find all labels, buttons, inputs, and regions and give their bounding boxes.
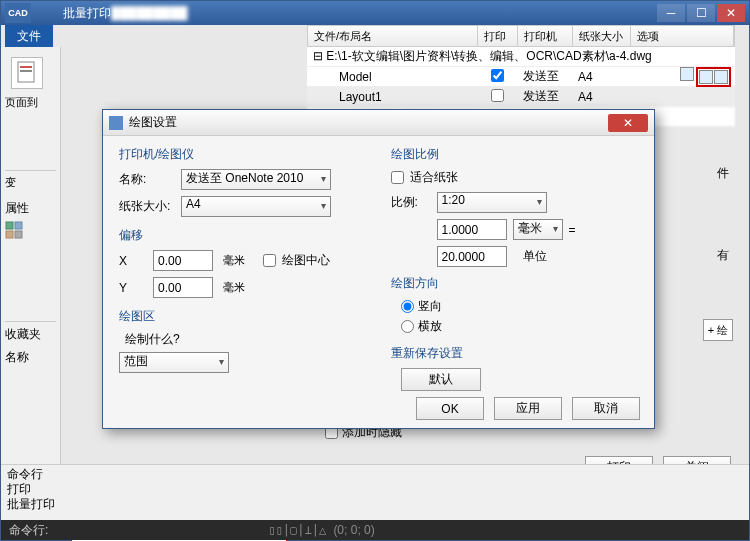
scale-group-label: 绘图比例 [391,146,639,163]
draw-what-label: 绘制什么? [125,331,367,348]
close-button[interactable]: ✕ [717,4,745,22]
draw-center-label: 绘图中心 [282,252,330,269]
print-checkbox[interactable] [491,69,504,82]
ratio-label: 比例: [391,194,431,211]
default-button[interactable]: 默认 [401,368,481,391]
app-logo: CAD [5,3,31,23]
properties-icon[interactable] [5,221,25,241]
dialog-close-button[interactable]: ✕ [608,114,648,132]
th-file[interactable]: 文件/布局名 [308,26,478,46]
change-label: 变 [5,175,56,190]
th-options[interactable]: 选项 [631,26,734,46]
scale-val2-input[interactable] [437,246,507,267]
name-label: 名称 [5,349,56,366]
landscape-label: 横放 [418,318,442,335]
mm-unit: 毫米 [223,253,245,268]
th-paper[interactable]: 纸张大小 [573,26,631,46]
file-tab[interactable]: 文件 [5,25,53,48]
y-label: Y [119,281,147,295]
x-input[interactable] [153,250,213,271]
option-icon[interactable] [680,67,694,81]
layout-name: Model [307,68,477,86]
highlighted-options [696,67,731,87]
svg-rect-3 [6,222,13,229]
paper-cell: A4 [572,68,630,86]
apply-button[interactable]: 应用 [494,397,562,420]
y-input[interactable] [153,277,213,298]
table-row[interactable]: Layout1 发送至 A4 [307,87,735,107]
coordinates: (0; 0; 0) [333,523,374,537]
option-icon[interactable] [699,70,713,84]
svg-rect-1 [20,66,32,68]
left-column: 打印机/绘图仪 名称: 发送至 OneNote 2010 纸张大小: A4 偏移… [119,146,367,391]
printer-select[interactable]: 发送至 OneNote 2010 [181,169,331,190]
draw-settings-dialog: 绘图设置 ✕ 打印机/绘图仪 名称: 发送至 OneNote 2010 纸张大小… [102,109,655,429]
svg-rect-2 [20,70,32,72]
app-title: 批量打印 [63,5,111,22]
th-print[interactable]: 打印 [478,26,518,46]
table-header: 文件/布局名 打印 打印机 纸张大小 选项 [307,25,735,47]
window-controls: ─ ☐ ✕ [657,4,745,22]
table-row[interactable]: Model 发送至 A4 [307,67,735,87]
dialog-titlebar: 绘图设置 ✕ [103,110,654,136]
favorites-label: 收藏夹 [5,326,56,343]
unit2-label: 单位 [523,248,547,265]
printer-cell: 发送至 [517,66,572,87]
mm-unit: 毫米 [223,280,245,295]
cmdline-label: 命令行 [7,467,743,482]
add-draw-button[interactable]: + 绘 [703,319,733,341]
cmd-prompt-label: 命令行: [9,522,48,539]
paper-label: 纸张大小: [119,198,175,215]
fit-paper-checkbox[interactable] [391,171,404,184]
portrait-label: 竖向 [418,298,442,315]
batch-print-label: 批量打印 [7,497,743,512]
portrait-radio[interactable] [401,300,414,313]
dialog-body: 打印机/绘图仪 名称: 发送至 OneNote 2010 纸张大小: A4 偏移… [103,136,654,401]
status-tools: ▯▯|▢|⊥|△ (0; 0; 0) [268,523,374,537]
page-icon[interactable] [11,57,43,89]
equals-label: = [569,223,576,237]
layout-name: Layout1 [307,88,477,106]
status-bar: 命令行: ▯▯|▢|⊥|△ (0; 0; 0) [1,520,749,540]
draw-what-select[interactable]: 范围 [119,352,229,373]
titlebar: CAD 批量打印 █████████ ─ ☐ ✕ [1,1,749,25]
printer-cell: 发送至 [517,86,572,107]
option-icon[interactable] [714,70,728,84]
command-panel: 命令行 打印 批量打印 [1,464,749,520]
printer-group-label: 打印机/绘图仪 [119,146,367,163]
draw-center-checkbox[interactable] [263,254,276,267]
landscape-radio[interactable] [401,320,414,333]
page-to-label: 页面到 [5,95,56,110]
dialog-icon [109,116,123,130]
window-title-blur: █████████ [111,6,657,20]
svg-rect-6 [15,231,22,238]
minimize-button[interactable]: ─ [657,4,685,22]
svg-rect-5 [6,231,13,238]
cancel-button[interactable]: 取消 [572,397,640,420]
file-path: E:\1-软文编辑\图片资料\转换、编辑、OCR\CAD素材\a-4.dwg [326,49,651,63]
th-printer[interactable]: 打印机 [518,26,573,46]
maximize-button[interactable]: ☐ [687,4,715,22]
application-window: CAD 批量打印 █████████ ─ ☐ ✕ 文件 页面到 变 属性 收藏夹… [0,0,750,541]
print-checkbox[interactable] [491,89,504,102]
orientation-group-label: 绘图方向 [391,275,639,292]
dialog-buttons: OK 应用 取消 [416,397,640,420]
ratio-select[interactable]: 1:20 [437,192,547,213]
name-label: 名称: [119,171,175,188]
side-char: 有 [717,247,729,264]
draw-area-label: 绘图区 [119,308,367,325]
right-column: 绘图比例 适合纸张 比例: 1:20 毫米 = 单位 [391,146,639,391]
offset-group-label: 偏移 [119,227,367,244]
resave-group-label: 重新保存设置 [391,345,639,362]
ok-button[interactable]: OK [416,397,484,420]
print-label: 打印 [7,482,743,497]
scale-val1-input[interactable] [437,219,507,240]
side-char: 件 [717,165,729,182]
paper-cell: A4 [572,88,630,106]
x-label: X [119,254,147,268]
side-panel: 页面到 变 属性 收藏夹 名称 [1,47,61,464]
dialog-title: 绘图设置 [129,114,177,131]
fit-paper-label: 适合纸张 [410,169,458,186]
paper-select[interactable]: A4 [181,196,331,217]
unit1-select[interactable]: 毫米 [513,219,563,240]
